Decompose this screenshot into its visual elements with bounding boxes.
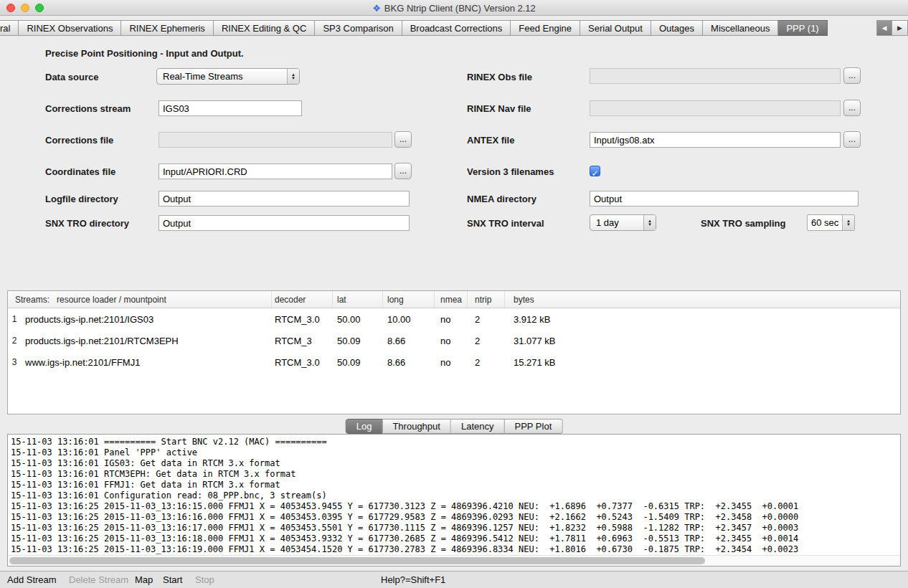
cell-long: 8.66 bbox=[383, 357, 435, 368]
log-line: 15-11-03 13:16:25 2015-11-03_13:16:18.00… bbox=[11, 534, 798, 544]
tab-log[interactable]: Log bbox=[346, 419, 383, 434]
snx-tro-directory-input[interactable] bbox=[159, 215, 410, 231]
cell-lat: 50.09 bbox=[333, 336, 383, 346]
log-line: 15-11-03 13:16:01 ========== Start BNC v… bbox=[11, 437, 798, 447]
row-number: 2 bbox=[8, 336, 21, 346]
corrections-file-browse-button[interactable]: ... bbox=[394, 131, 412, 148]
scrollbar-thumb[interactable] bbox=[9, 557, 705, 564]
tab-broadcast-corrections[interactable]: Broadcast Corrections bbox=[402, 20, 511, 36]
cell-nmea: no bbox=[435, 336, 468, 346]
log-line: 15-11-03 13:16:01 IGS03: Get data in RTC… bbox=[11, 458, 798, 469]
tab-sp3-comparison[interactable]: SP3 Comparison bbox=[315, 20, 402, 36]
corrections-stream-label: Corrections stream bbox=[45, 103, 131, 114]
cell-decoder: RTCM_3 bbox=[272, 336, 333, 346]
column-header-mountpoint: Streams: resource loader / mountpoint bbox=[8, 291, 272, 308]
tab-label: Miscellaneous bbox=[711, 23, 770, 34]
snx-tro-sampling-spinner[interactable]: 60 sec ▲▼ bbox=[807, 214, 855, 231]
cell-long: 10.00 bbox=[383, 314, 435, 325]
column-header-long: long bbox=[383, 291, 435, 308]
tab-miscellaneous[interactable]: Miscellaneous bbox=[703, 20, 778, 36]
stream-row[interactable]: 2 products.igs-ip.net:2101/RTCM3EPH RTCM… bbox=[8, 330, 900, 351]
log-horizontal-scrollbar[interactable] bbox=[8, 555, 900, 566]
log-text: 15-11-03 13:16:01 ========== Start BNC v… bbox=[11, 437, 798, 555]
stream-row[interactable]: 1 products.igs-ip.net:2101/IGS03 RTCM_3.… bbox=[8, 308, 900, 330]
tab-label: RINEX Ephemeris bbox=[129, 23, 204, 34]
nmea-directory-input[interactable] bbox=[590, 191, 859, 207]
data-source-select[interactable]: Real-Time Streams ▲▼ bbox=[156, 68, 300, 85]
log-line: 15-11-03 13:16:25 2015-11-03_13:16:17.00… bbox=[11, 523, 798, 534]
chevron-left-icon: ◀ bbox=[882, 24, 887, 32]
rinex-nav-file-input bbox=[590, 100, 841, 116]
window-titlebar[interactable]: ❖ BKG Ntrip Client (BNC) Version 2.12 bbox=[0, 0, 908, 16]
checkmark-icon: ✓ bbox=[591, 169, 598, 179]
combo-arrows-icon: ▲▼ bbox=[287, 69, 299, 84]
tab-general-partial[interactable]: ral bbox=[0, 20, 19, 36]
nmea-directory-label: NMEA directory bbox=[467, 194, 536, 204]
tab-scroll-right-button[interactable]: ▶ bbox=[892, 20, 908, 36]
tab-feed-engine[interactable]: Feed Engine bbox=[511, 20, 580, 36]
column-header-ntrip: ntrip bbox=[468, 291, 505, 308]
coordinates-file-input[interactable] bbox=[159, 163, 392, 179]
rinex-nav-file-browse-button[interactable]: ... bbox=[843, 100, 861, 116]
tab-label: RINEX Observations bbox=[27, 23, 113, 34]
combo-arrows-icon: ▲▼ bbox=[643, 215, 656, 230]
stop-button: Stop bbox=[195, 574, 214, 585]
row-number: 3 bbox=[8, 357, 21, 367]
tab-rinex-observations[interactable]: RINEX Observations bbox=[19, 20, 121, 36]
version3-filenames-checkbox[interactable]: ✓ bbox=[590, 166, 600, 176]
add-stream-button[interactable]: Add Stream bbox=[7, 574, 57, 585]
data-source-value: Real-Time Streams bbox=[157, 71, 242, 82]
snx-tro-interval-select[interactable]: 1 day ▲▼ bbox=[590, 214, 656, 231]
cell-mountpoint: www.igs-ip.net:2101/FFMJ1 bbox=[21, 357, 272, 368]
log-line: 15-11-03 13:16:25 2015-11-03_13:16:16.00… bbox=[11, 512, 798, 523]
antex-file-browse-button[interactable]: ... bbox=[843, 131, 861, 148]
rinex-obs-file-label: RINEX Obs file bbox=[467, 72, 532, 82]
log-tabbar: Log Throughput Latency PPP Plot bbox=[346, 419, 563, 434]
tab-ppp-plot[interactable]: PPP Plot bbox=[504, 419, 562, 434]
tab-rinex-ephemeris[interactable]: RINEX Ephemeris bbox=[121, 20, 213, 36]
cell-bytes: 3.912 kB bbox=[505, 314, 900, 325]
snx-tro-sampling-value: 60 sec bbox=[808, 217, 838, 228]
panel-description: Precise Point Positioning - Input and Ou… bbox=[45, 48, 244, 59]
log-output-pane: 15-11-03 13:16:01 ========== Start BNC v… bbox=[7, 434, 901, 566]
coordinates-file-browse-button[interactable]: ... bbox=[394, 163, 412, 179]
corrections-file-label: Corrections file bbox=[45, 135, 113, 146]
tab-outages[interactable]: Outages bbox=[651, 20, 703, 36]
tab-label: Serial Output bbox=[588, 23, 643, 34]
tab-latency[interactable]: Latency bbox=[451, 419, 505, 434]
column-header-nmea: nmea bbox=[435, 291, 468, 308]
row-number: 1 bbox=[8, 314, 21, 324]
start-button[interactable]: Start bbox=[163, 574, 182, 585]
spinner-arrows-icon[interactable]: ▲▼ bbox=[842, 215, 854, 230]
tab-serial-output[interactable]: Serial Output bbox=[580, 20, 651, 36]
tab-label: PPP (1) bbox=[786, 23, 818, 34]
stream-row[interactable]: 3 www.igs-ip.net:2101/FFMJ1 RTCM_3.0 50.… bbox=[8, 351, 900, 373]
column-header-decoder: decoder bbox=[272, 291, 333, 308]
log-line: 15-11-03 13:16:01 FFMJ1: Get data in RTC… bbox=[11, 480, 798, 490]
tab-label: Outages bbox=[659, 23, 694, 34]
rinex-obs-file-browse-button[interactable]: ... bbox=[843, 67, 861, 84]
tab-label: Feed Engine bbox=[519, 23, 572, 34]
tab-scrollers: ◀ ▶ bbox=[876, 20, 908, 36]
corrections-file-input bbox=[159, 132, 392, 148]
cell-mountpoint: products.igs-ip.net:2101/RTCM3EPH bbox=[21, 336, 272, 346]
main-tabbar: ral RINEX Observations RINEX Ephemeris R… bbox=[0, 20, 876, 36]
chevron-right-icon: ▶ bbox=[897, 24, 902, 32]
tab-ppp[interactable]: PPP (1) bbox=[778, 20, 827, 36]
cell-nmea: no bbox=[435, 357, 468, 368]
tab-label: SP3 Comparison bbox=[323, 23, 393, 34]
log-line: 15-11-03 13:16:01 Configuration read: 08… bbox=[11, 490, 798, 501]
tab-rinex-editing-qc[interactable]: RINEX Editing & QC bbox=[214, 20, 316, 36]
tab-throughput[interactable]: Throughput bbox=[382, 419, 451, 434]
cell-ntrip: 2 bbox=[468, 336, 505, 346]
tab-label: Broadcast Corrections bbox=[410, 23, 503, 34]
streams-table: Streams: resource loader / mountpoint de… bbox=[7, 290, 901, 414]
app-icon: ❖ bbox=[372, 4, 381, 13]
antex-file-input[interactable] bbox=[590, 132, 841, 148]
bottom-toolbar: Add Stream Delete Stream Map Start Stop … bbox=[0, 571, 908, 588]
logfile-directory-input[interactable] bbox=[159, 191, 410, 207]
corrections-stream-input[interactable] bbox=[159, 100, 302, 116]
tab-scroll-left-button[interactable]: ◀ bbox=[876, 20, 892, 36]
log-line: 15-11-03 13:16:25 2015-11-03_13:16:15.00… bbox=[11, 501, 798, 512]
map-button[interactable]: Map bbox=[135, 574, 153, 585]
